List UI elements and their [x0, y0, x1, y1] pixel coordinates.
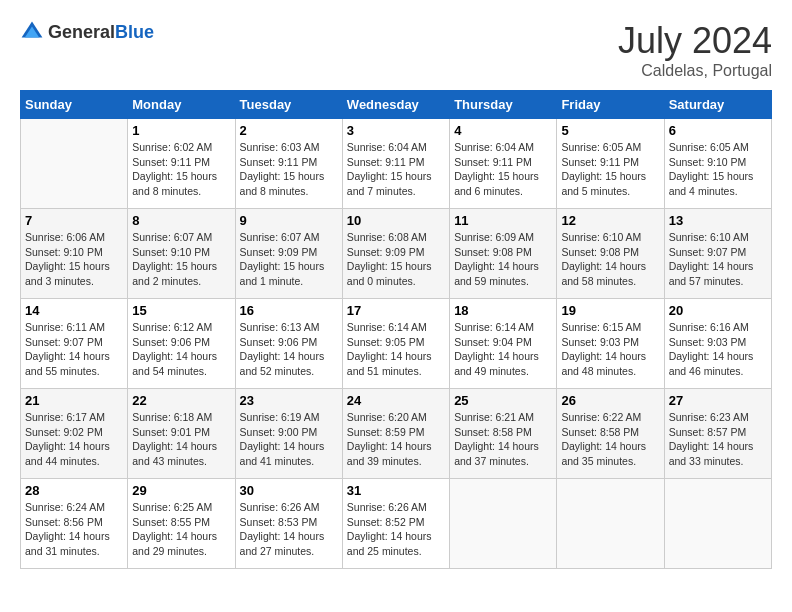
day-number: 16 — [240, 303, 338, 318]
day-info: Sunrise: 6:24 AMSunset: 8:56 PMDaylight:… — [25, 500, 123, 559]
day-info: Sunrise: 6:18 AMSunset: 9:01 PMDaylight:… — [132, 410, 230, 469]
day-cell: 10Sunrise: 6:08 AMSunset: 9:09 PMDayligh… — [342, 209, 449, 299]
day-info: Sunrise: 6:07 AMSunset: 9:09 PMDaylight:… — [240, 230, 338, 289]
month-title: July 2024 — [618, 20, 772, 62]
day-cell: 12Sunrise: 6:10 AMSunset: 9:08 PMDayligh… — [557, 209, 664, 299]
calendar-table: SundayMondayTuesdayWednesdayThursdayFrid… — [20, 90, 772, 569]
col-header-monday: Monday — [128, 91, 235, 119]
day-cell: 26Sunrise: 6:22 AMSunset: 8:58 PMDayligh… — [557, 389, 664, 479]
day-cell: 5Sunrise: 6:05 AMSunset: 9:11 PMDaylight… — [557, 119, 664, 209]
day-cell: 20Sunrise: 6:16 AMSunset: 9:03 PMDayligh… — [664, 299, 771, 389]
day-number: 12 — [561, 213, 659, 228]
day-cell: 29Sunrise: 6:25 AMSunset: 8:55 PMDayligh… — [128, 479, 235, 569]
day-cell: 13Sunrise: 6:10 AMSunset: 9:07 PMDayligh… — [664, 209, 771, 299]
day-number: 29 — [132, 483, 230, 498]
day-number: 9 — [240, 213, 338, 228]
day-number: 5 — [561, 123, 659, 138]
day-number: 10 — [347, 213, 445, 228]
day-number: 30 — [240, 483, 338, 498]
day-info: Sunrise: 6:05 AMSunset: 9:10 PMDaylight:… — [669, 140, 767, 199]
day-info: Sunrise: 6:16 AMSunset: 9:03 PMDaylight:… — [669, 320, 767, 379]
day-cell: 3Sunrise: 6:04 AMSunset: 9:11 PMDaylight… — [342, 119, 449, 209]
day-info: Sunrise: 6:19 AMSunset: 9:00 PMDaylight:… — [240, 410, 338, 469]
col-header-thursday: Thursday — [450, 91, 557, 119]
day-info: Sunrise: 6:14 AMSunset: 9:04 PMDaylight:… — [454, 320, 552, 379]
col-header-wednesday: Wednesday — [342, 91, 449, 119]
title-block: July 2024 Caldelas, Portugal — [618, 20, 772, 80]
day-cell: 19Sunrise: 6:15 AMSunset: 9:03 PMDayligh… — [557, 299, 664, 389]
day-number: 22 — [132, 393, 230, 408]
day-cell: 16Sunrise: 6:13 AMSunset: 9:06 PMDayligh… — [235, 299, 342, 389]
page-header: GeneralBlue July 2024 Caldelas, Portugal — [20, 20, 772, 80]
day-info: Sunrise: 6:25 AMSunset: 8:55 PMDaylight:… — [132, 500, 230, 559]
location-title: Caldelas, Portugal — [618, 62, 772, 80]
day-cell — [664, 479, 771, 569]
col-header-friday: Friday — [557, 91, 664, 119]
day-info: Sunrise: 6:07 AMSunset: 9:10 PMDaylight:… — [132, 230, 230, 289]
day-number: 15 — [132, 303, 230, 318]
week-row-2: 7Sunrise: 6:06 AMSunset: 9:10 PMDaylight… — [21, 209, 772, 299]
day-number: 23 — [240, 393, 338, 408]
day-info: Sunrise: 6:10 AMSunset: 9:08 PMDaylight:… — [561, 230, 659, 289]
day-number: 20 — [669, 303, 767, 318]
day-cell: 8Sunrise: 6:07 AMSunset: 9:10 PMDaylight… — [128, 209, 235, 299]
day-info: Sunrise: 6:23 AMSunset: 8:57 PMDaylight:… — [669, 410, 767, 469]
day-cell — [557, 479, 664, 569]
day-cell: 14Sunrise: 6:11 AMSunset: 9:07 PMDayligh… — [21, 299, 128, 389]
day-cell: 4Sunrise: 6:04 AMSunset: 9:11 PMDaylight… — [450, 119, 557, 209]
day-number: 18 — [454, 303, 552, 318]
day-cell: 18Sunrise: 6:14 AMSunset: 9:04 PMDayligh… — [450, 299, 557, 389]
day-number: 2 — [240, 123, 338, 138]
logo-general-text: General — [48, 22, 115, 42]
day-number: 11 — [454, 213, 552, 228]
day-number: 13 — [669, 213, 767, 228]
header-row: SundayMondayTuesdayWednesdayThursdayFrid… — [21, 91, 772, 119]
day-info: Sunrise: 6:04 AMSunset: 9:11 PMDaylight:… — [454, 140, 552, 199]
day-cell: 22Sunrise: 6:18 AMSunset: 9:01 PMDayligh… — [128, 389, 235, 479]
col-header-tuesday: Tuesday — [235, 91, 342, 119]
day-number: 8 — [132, 213, 230, 228]
day-number: 17 — [347, 303, 445, 318]
day-cell: 27Sunrise: 6:23 AMSunset: 8:57 PMDayligh… — [664, 389, 771, 479]
day-cell: 1Sunrise: 6:02 AMSunset: 9:11 PMDaylight… — [128, 119, 235, 209]
day-cell: 11Sunrise: 6:09 AMSunset: 9:08 PMDayligh… — [450, 209, 557, 299]
day-cell: 28Sunrise: 6:24 AMSunset: 8:56 PMDayligh… — [21, 479, 128, 569]
day-info: Sunrise: 6:22 AMSunset: 8:58 PMDaylight:… — [561, 410, 659, 469]
day-info: Sunrise: 6:20 AMSunset: 8:59 PMDaylight:… — [347, 410, 445, 469]
day-cell: 7Sunrise: 6:06 AMSunset: 9:10 PMDaylight… — [21, 209, 128, 299]
day-cell: 2Sunrise: 6:03 AMSunset: 9:11 PMDaylight… — [235, 119, 342, 209]
day-info: Sunrise: 6:14 AMSunset: 9:05 PMDaylight:… — [347, 320, 445, 379]
day-cell: 31Sunrise: 6:26 AMSunset: 8:52 PMDayligh… — [342, 479, 449, 569]
day-number: 7 — [25, 213, 123, 228]
week-row-4: 21Sunrise: 6:17 AMSunset: 9:02 PMDayligh… — [21, 389, 772, 479]
day-number: 19 — [561, 303, 659, 318]
day-info: Sunrise: 6:26 AMSunset: 8:53 PMDaylight:… — [240, 500, 338, 559]
day-info: Sunrise: 6:02 AMSunset: 9:11 PMDaylight:… — [132, 140, 230, 199]
day-number: 21 — [25, 393, 123, 408]
day-number: 24 — [347, 393, 445, 408]
day-cell — [450, 479, 557, 569]
day-info: Sunrise: 6:04 AMSunset: 9:11 PMDaylight:… — [347, 140, 445, 199]
day-info: Sunrise: 6:06 AMSunset: 9:10 PMDaylight:… — [25, 230, 123, 289]
day-number: 4 — [454, 123, 552, 138]
day-info: Sunrise: 6:21 AMSunset: 8:58 PMDaylight:… — [454, 410, 552, 469]
day-number: 6 — [669, 123, 767, 138]
col-header-sunday: Sunday — [21, 91, 128, 119]
day-cell — [21, 119, 128, 209]
day-cell: 9Sunrise: 6:07 AMSunset: 9:09 PMDaylight… — [235, 209, 342, 299]
day-number: 1 — [132, 123, 230, 138]
day-cell: 15Sunrise: 6:12 AMSunset: 9:06 PMDayligh… — [128, 299, 235, 389]
day-info: Sunrise: 6:03 AMSunset: 9:11 PMDaylight:… — [240, 140, 338, 199]
day-number: 28 — [25, 483, 123, 498]
logo-icon — [20, 20, 44, 44]
day-info: Sunrise: 6:10 AMSunset: 9:07 PMDaylight:… — [669, 230, 767, 289]
day-number: 14 — [25, 303, 123, 318]
logo-blue-text: Blue — [115, 22, 154, 42]
day-info: Sunrise: 6:26 AMSunset: 8:52 PMDaylight:… — [347, 500, 445, 559]
day-cell: 25Sunrise: 6:21 AMSunset: 8:58 PMDayligh… — [450, 389, 557, 479]
day-info: Sunrise: 6:05 AMSunset: 9:11 PMDaylight:… — [561, 140, 659, 199]
day-cell: 17Sunrise: 6:14 AMSunset: 9:05 PMDayligh… — [342, 299, 449, 389]
day-info: Sunrise: 6:12 AMSunset: 9:06 PMDaylight:… — [132, 320, 230, 379]
week-row-1: 1Sunrise: 6:02 AMSunset: 9:11 PMDaylight… — [21, 119, 772, 209]
col-header-saturday: Saturday — [664, 91, 771, 119]
